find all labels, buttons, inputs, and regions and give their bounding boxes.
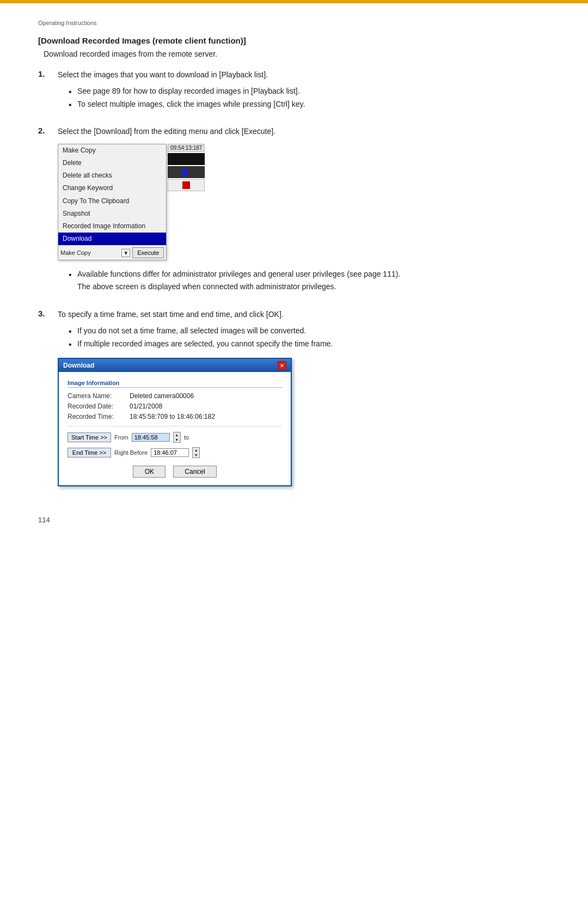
to-label: to [184,434,189,441]
end-time-row: End Time >> Right Before ▲ ▼ [68,447,282,458]
recorded-time-value: 18:45:58:709 to 18:46:06:182 [130,413,215,420]
dialog-titlebar: Download × [59,359,291,372]
start-time-row: Start Time >> From ▲ ▼ to [68,432,282,443]
recorded-time-label: Recorded Time: [68,413,127,420]
context-menu: Make Copy Delete Delete all checks Chang… [58,144,167,261]
start-time-input[interactable] [132,433,170,442]
menu-item-recordedinfo: Recorded Image Information [58,220,166,233]
right-before-label: Right Before [114,449,148,456]
step-1-bullets: See page 89 for how to display recorded … [69,85,550,111]
page-number: 114 [38,516,550,524]
menu-item-delete: Delete [58,157,166,169]
menu-item-download: Download [58,233,166,245]
section-title: [Download Recorded Images (remote client… [38,36,550,45]
dialog-divider [68,426,282,426]
camera-name-row: Camera Name: Deleted camera00006 [68,392,282,400]
recorded-date-row: Recorded Date: 01/21/2008 [68,402,282,410]
cancel-button[interactable]: Cancel [173,466,216,478]
red-square-icon [182,181,190,189]
start-time-spinner[interactable]: ▲ ▼ [173,432,181,443]
recorded-date-label: Recorded Date: [68,402,127,410]
recorded-date-value: 01/21/2008 [130,402,162,410]
dropdown-value: Make Copy [60,249,91,256]
step-1-text: Select the images that you want to downl… [58,69,550,81]
step-1-bullet-2: To select multiple images, click the ima… [69,98,550,110]
step-2-number: 2. [38,126,58,135]
menu-item-changekeyword: Change Keyword [58,182,166,194]
end-time-spinner[interactable]: ▲ ▼ [192,447,200,458]
end-spinner-up-icon[interactable]: ▲ [193,448,199,453]
camera-name-value: Deleted camera00006 [130,392,194,400]
step-1: 1. Select the images that you want to do… [38,69,550,116]
step-1-bullet-1: See page 89 for how to display recorded … [69,85,550,97]
step-3-content: To specify a time frame, set start time … [58,309,550,494]
step-1-content: Select the images that you want to downl… [58,69,550,116]
context-menu-screenshot: Make Copy Delete Delete all checks Chang… [58,144,550,261]
dialog-title: Download [63,362,94,369]
dialog-section-title: Image Information [68,380,282,388]
from-label: From [114,434,128,441]
step-3-number: 3. [38,309,58,318]
step-2-text: Select the [Download] from the editing m… [58,126,550,137]
play-icon [182,168,190,176]
end-time-button[interactable]: End Time >> [68,448,111,457]
download-dialog-wrapper: Download × Image Information Camera Name… [58,358,550,486]
dialog-button-row: OK Cancel [68,466,282,478]
breadcrumb: Operating Instructions [38,20,550,26]
recorded-time-row: Recorded Time: 18:45:58:709 to 18:46:06:… [68,413,282,420]
step-3-bullet-2: If multiple recorded images are selected… [69,338,550,350]
end-spinner-down-icon[interactable]: ▼ [193,453,199,457]
camera-name-label: Camera Name: [68,392,127,400]
ok-button[interactable]: OK [133,466,166,478]
step-3-bullets: If you do not set a time frame, all sele… [69,325,550,350]
execute-row: Make Copy ▼ Execute [58,245,166,260]
section-intro: Download recorded images from the remote… [44,50,550,58]
step-3-text: To specify a time frame, set start time … [58,309,550,320]
spinner-up-icon[interactable]: ▲ [174,432,180,437]
step-1-number: 1. [38,69,58,78]
execute-button[interactable]: Execute [132,247,164,258]
dialog-body: Image Information Camera Name: Deleted c… [59,372,291,485]
start-time-button[interactable]: Start Time >> [68,432,111,442]
step-2: 2. Select the [Download] from the editin… [38,126,550,299]
step-2-content: Select the [Download] from the editing m… [58,126,550,299]
side-timestamp: 09:54:13:187 [168,144,205,152]
menu-item-snapshot: Snapshot [58,208,166,220]
menu-item-copyclipboard: Copy To The Clipboard [58,195,166,208]
menu-item-deleteallchecks: Delete all checks [58,169,166,182]
dialog-close-button[interactable]: × [278,361,286,370]
end-time-input[interactable] [151,448,189,457]
menu-item-makecopy: Make Copy [58,144,166,157]
step-3-bullet-1: If you do not set a time frame, all sele… [69,325,550,337]
step-2-notes: Available functions differ for administr… [69,268,550,292]
spinner-down-icon[interactable]: ▼ [174,437,180,442]
step-2-note-1: Available functions differ for administr… [69,268,550,292]
download-dialog: Download × Image Information Camera Name… [58,358,292,486]
step-3: 3. To specify a time frame, set start ti… [38,309,550,494]
